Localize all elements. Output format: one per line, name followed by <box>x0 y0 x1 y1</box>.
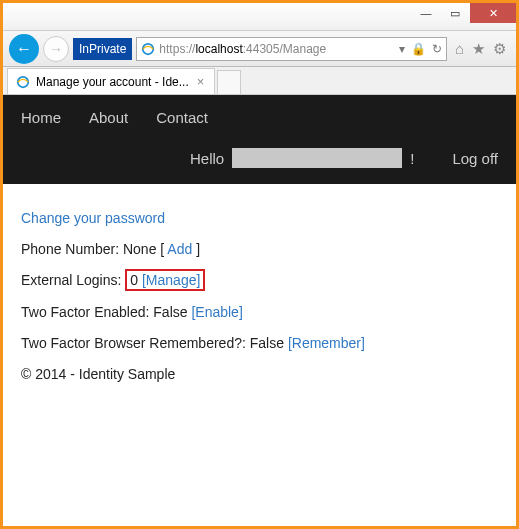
window-minimize-button[interactable]: — <box>412 3 440 23</box>
new-tab-button[interactable] <box>217 70 241 94</box>
tab-favicon-icon <box>16 75 30 89</box>
nav-link-about[interactable]: About <box>89 109 128 126</box>
username-redacted <box>232 148 402 168</box>
bracket-open: [ <box>156 241 167 257</box>
window-titlebar: — ▭ ✕ <box>3 3 516 31</box>
nav-back-button[interactable]: ← <box>9 34 39 64</box>
external-logins-highlight: 0 [Manage] <box>125 269 205 291</box>
favorites-icon[interactable]: ★ <box>472 40 485 58</box>
external-logins-manage-link[interactable]: [Manage] <box>142 272 200 288</box>
tab-bar: Manage your account - Ide... × <box>3 67 516 95</box>
svg-point-0 <box>143 43 154 54</box>
two-factor-remember-link[interactable]: [Remember] <box>288 335 365 351</box>
browser-tab[interactable]: Manage your account - Ide... × <box>7 68 215 94</box>
logoff-link[interactable]: Log off <box>452 150 498 167</box>
ie-logo-icon <box>141 42 155 56</box>
phone-value: None <box>123 241 156 257</box>
two-factor-browser-label: Two Factor Browser Remembered?: <box>21 335 250 351</box>
external-logins-count: 0 <box>130 272 138 288</box>
hello-label: Hello <box>190 150 224 167</box>
two-factor-enable-link[interactable]: [Enable] <box>191 304 242 320</box>
external-logins-label: External Logins: <box>21 272 121 288</box>
svg-point-1 <box>18 76 29 87</box>
window-close-button[interactable]: ✕ <box>470 3 516 23</box>
bracket-close: ] <box>192 241 200 257</box>
url-dropdown-icon[interactable]: ▾ <box>399 42 405 56</box>
two-factor-enabled-label: Two Factor Enabled: <box>21 304 153 320</box>
address-bar: ← → InPrivate https://localhost:44305/Ma… <box>3 31 516 67</box>
settings-gear-icon[interactable]: ⚙ <box>493 40 506 58</box>
site-navbar: Home About Contact Hello ! Log off <box>3 95 516 184</box>
url-text: https://localhost:44305/Manage <box>159 42 395 56</box>
lock-icon[interactable]: 🔒 <box>411 42 426 56</box>
window-maximize-button[interactable]: ▭ <box>441 3 469 23</box>
footer-text: © 2014 - Identity Sample <box>21 362 498 387</box>
phone-add-link[interactable]: Add <box>167 241 192 257</box>
nav-link-contact[interactable]: Contact <box>156 109 208 126</box>
tab-close-icon[interactable]: × <box>195 74 207 89</box>
nav-link-home[interactable]: Home <box>21 109 61 126</box>
nav-forward-button[interactable]: → <box>43 36 69 62</box>
tab-title: Manage your account - Ide... <box>36 75 189 89</box>
two-factor-enabled-value: False <box>153 304 187 320</box>
main-content: Change your password Phone Number: None … <box>3 184 516 409</box>
url-input[interactable]: https://localhost:44305/Manage ▾ 🔒 ↻ <box>136 37 447 61</box>
refresh-icon[interactable]: ↻ <box>432 42 442 56</box>
phone-label: Phone Number: <box>21 241 123 257</box>
home-icon[interactable]: ⌂ <box>455 40 464 58</box>
two-factor-browser-value: False <box>250 335 284 351</box>
hello-exclaim: ! <box>410 150 414 167</box>
change-password-link[interactable]: Change your password <box>21 210 165 226</box>
page-viewport: Home About Contact Hello ! Log off Chang… <box>3 95 516 526</box>
inprivate-badge: InPrivate <box>73 38 132 60</box>
